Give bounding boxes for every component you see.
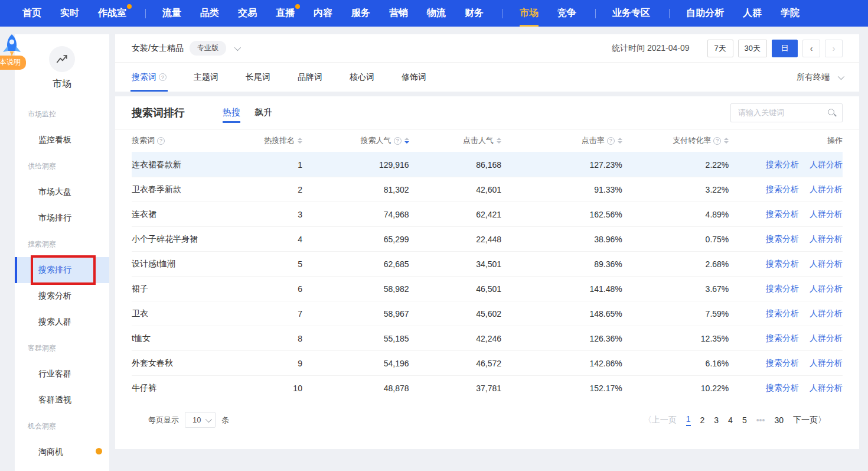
nav-item[interactable]: 竞争 — [557, 0, 576, 27]
search-analysis-link[interactable]: 搜索分析 — [766, 184, 799, 194]
crowd-analysis-link[interactable]: 人群分析 — [810, 383, 843, 392]
sidebar-section-header: 客群洞察 — [15, 335, 109, 361]
range-button[interactable]: 日 — [772, 40, 798, 57]
nav-item[interactable]: 实时 — [60, 0, 79, 27]
page-next[interactable]: 下一页〉 — [793, 415, 826, 425]
crowd-analysis-link[interactable]: 人群分析 — [810, 284, 843, 293]
word-tab[interactable]: 修饰词 — [402, 63, 426, 92]
column-header[interactable]: 点击率? — [582, 135, 622, 146]
crowd-analysis-link[interactable]: 人群分析 — [810, 209, 843, 219]
date-next-button[interactable]: › — [825, 40, 843, 57]
nav-item[interactable]: 人群 — [743, 0, 762, 27]
nav-item[interactable]: 服务 — [351, 0, 370, 27]
nav-item[interactable]: 品类 — [200, 0, 219, 27]
column-header[interactable]: 支付转化率? — [673, 135, 729, 146]
page-number[interactable]: 3 — [714, 415, 719, 425]
nav-item[interactable]: 物流 — [427, 0, 446, 27]
crowd-analysis-link[interactable]: 人群分析 — [810, 259, 843, 268]
table-row: 卫衣758,96745,602148.65%7.59%搜索分析人群分析 — [132, 301, 843, 326]
crowd-analysis-link[interactable]: 人群分析 — [810, 308, 843, 318]
date-prev-button[interactable]: ‹ — [802, 40, 820, 57]
nav-item[interactable]: 作战室 — [98, 0, 126, 27]
sidebar-item[interactable]: 搜索分析 — [15, 283, 109, 309]
cell-rank: 2 — [298, 185, 302, 194]
word-tab[interactable]: 核心词 — [350, 63, 374, 92]
search-analysis-link[interactable]: 搜索分析 — [766, 284, 799, 293]
word-tab[interactable]: 品牌词 — [298, 63, 322, 92]
column-header[interactable]: 热搜排名 — [264, 135, 302, 146]
range-button[interactable]: 30天 — [738, 40, 767, 57]
search-analysis-link[interactable]: 搜索分析 — [766, 333, 799, 343]
nav-item[interactable]: 营销 — [389, 0, 408, 27]
column-header: 搜索词? — [132, 135, 165, 146]
sort-desc-icon — [497, 141, 501, 144]
sidebar-item[interactable]: 市场排行 — [15, 205, 109, 231]
word-tab[interactable]: 长尾词 — [246, 63, 270, 92]
rank-subtab[interactable]: 热搜 — [223, 96, 240, 129]
column-header[interactable]: 点击人气 — [463, 135, 501, 146]
sidebar-item[interactable]: 属性洞察 — [15, 465, 109, 471]
per-page-select[interactable]: 10 — [185, 412, 216, 428]
column-label: 热搜排名 — [264, 135, 295, 146]
sidebar-item[interactable]: 淘商机 — [15, 439, 109, 465]
sidebar-module: 市场 — [15, 34, 109, 101]
keyword-search-input[interactable] — [730, 103, 843, 122]
range-button[interactable]: 7天 — [707, 40, 733, 57]
cell-actions: 搜索分析人群分析 — [766, 234, 843, 245]
nav-item[interactable]: 直播 — [276, 0, 295, 27]
search-analysis-link[interactable]: 搜索分析 — [766, 160, 799, 169]
page-number[interactable]: 4 — [728, 415, 733, 425]
nav-item[interactable]: 流量 — [162, 0, 181, 27]
table-row: 小个子碎花半身裙465,29922,44838.96%0.75%搜索分析人群分析 — [132, 226, 843, 251]
crowd-analysis-link[interactable]: 人群分析 — [810, 184, 843, 194]
table-footer: 每页显示 10 条 〈上一页12345•••30下一页〉 — [148, 412, 826, 428]
search-analysis-link[interactable]: 搜索分析 — [766, 308, 799, 318]
nav-item[interactable]: 财务 — [465, 0, 484, 27]
search-analysis-link[interactable]: 搜索分析 — [766, 209, 799, 219]
search-analysis-link[interactable]: 搜索分析 — [766, 234, 799, 243]
per-page-chevron-down-icon — [205, 415, 212, 422]
page-prev[interactable]: 〈上一页 — [644, 415, 677, 425]
cell-click-rate: 148.65% — [589, 309, 622, 319]
page-number[interactable]: 1 — [686, 414, 691, 426]
crowd-analysis-link[interactable]: 人群分析 — [810, 160, 843, 169]
search-analysis-link[interactable]: 搜索分析 — [766, 383, 799, 392]
crowd-analysis-link[interactable]: 人群分析 — [810, 358, 843, 368]
page-number[interactable]: 30 — [774, 415, 784, 425]
version-note-tag[interactable]: 本说明 — [0, 56, 26, 70]
sidebar-item[interactable]: 行业客群 — [15, 361, 109, 387]
word-tab[interactable]: 搜索词? — [132, 63, 167, 92]
category-breadcrumb[interactable]: 女装/女士精品 — [132, 43, 184, 54]
page-number[interactable]: 5 — [742, 415, 747, 425]
cell-click-popularity: 46,572 — [476, 359, 501, 368]
nav-item[interactable]: 学院 — [781, 0, 800, 27]
cell-actions: 搜索分析人群分析 — [766, 209, 843, 220]
nav-item[interactable]: 内容 — [314, 0, 332, 27]
cell-keyword: 牛仔裤 — [132, 383, 156, 394]
search-icon[interactable] — [827, 108, 837, 118]
word-tab[interactable]: 主题词 — [194, 63, 218, 92]
stat-time-label: 统计时间 2021-04-09 — [612, 43, 690, 54]
nav-item[interactable]: 市场 — [520, 0, 539, 27]
category-chevron-down-icon[interactable] — [234, 44, 241, 50]
sidebar-item[interactable]: 客群透视 — [15, 387, 109, 413]
rank-subtab[interactable]: 飙升 — [254, 96, 272, 129]
crowd-analysis-link[interactable]: 人群分析 — [810, 333, 843, 343]
per-page-control: 每页显示 10 条 — [148, 412, 229, 428]
sidebar-item[interactable]: 搜索排行 — [15, 257, 109, 283]
column-header[interactable]: 搜索人气? — [361, 135, 409, 146]
nav-item[interactable]: 业务专区 — [612, 0, 650, 27]
sidebar-item[interactable]: 市场大盘 — [15, 179, 109, 205]
nav-item[interactable]: 自助分析 — [686, 0, 724, 27]
search-analysis-link[interactable]: 搜索分析 — [766, 358, 799, 368]
sidebar-item[interactable]: 搜索人群 — [15, 309, 109, 335]
crowd-analysis-link[interactable]: 人群分析 — [810, 234, 843, 243]
page-number[interactable]: 2 — [700, 415, 705, 425]
cell-click-rate: 152.17% — [589, 384, 622, 393]
nav-item[interactable]: 交易 — [238, 0, 257, 27]
search-analysis-link[interactable]: 搜索分析 — [766, 259, 799, 268]
sidebar-item-label: 搜索人群 — [38, 317, 71, 326]
sidebar-item[interactable]: 监控看板 — [15, 127, 109, 153]
nav-item[interactable]: 首页 — [22, 0, 41, 27]
terminal-filter[interactable]: 所有终端 — [797, 63, 843, 92]
